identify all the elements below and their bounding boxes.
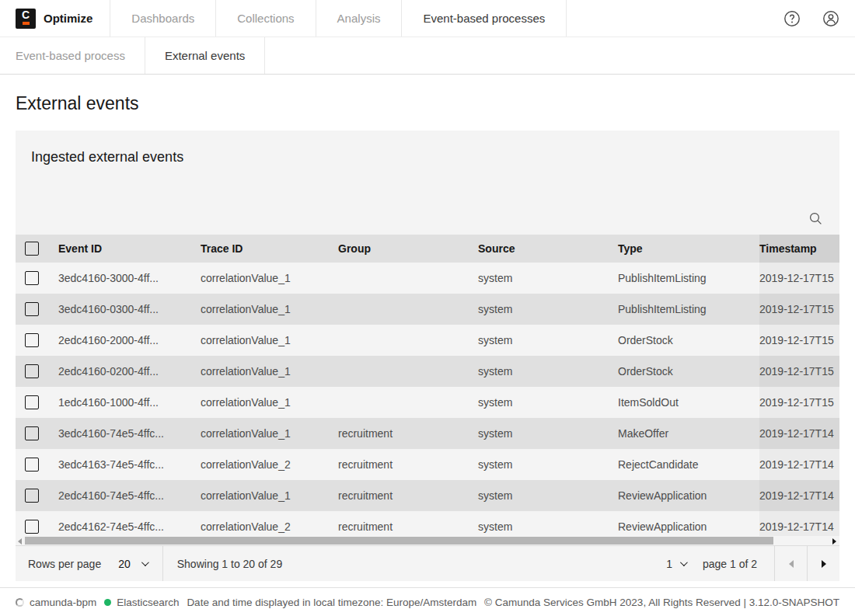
cell-trace-id: correlationValue_1 [201,294,338,325]
rows-per-page-label: Rows per page [16,558,101,570]
row-checkbox[interactable] [25,426,39,440]
previous-page-button[interactable] [775,546,807,581]
column-header-timestamp[interactable]: Timestamp [759,235,839,263]
cell-event-id: 3edc4160-0300-4ff... [58,294,201,325]
nav-item-label: Event-based processes [423,12,545,25]
cell-trace-id: correlationValue_2 [201,449,338,480]
cell-type: OrderStock [618,356,759,387]
column-header-type[interactable]: Type [618,235,759,263]
page-select-value: 1 [666,558,672,570]
cell-source: system [478,418,618,449]
next-page-button[interactable] [808,546,839,581]
cell-timestamp: 2019-12-17T15 [759,294,839,325]
breadcrumb-tabs: Event-based process External events [0,37,855,75]
row-checkbox[interactable] [25,302,39,316]
cell-trace-id: correlationValue_2 [201,511,338,536]
connection-elasticsearch: Elasticsearch [104,597,179,608]
cell-source: system [478,356,618,387]
column-header-trace-id[interactable]: Trace ID [201,235,338,263]
cell-group [338,263,478,294]
nav-item-label: Collections [237,12,294,25]
cell-source: system [478,449,618,480]
panel-title: Ingested external events [31,149,824,165]
cell-group: recruitment [338,480,478,511]
cell-type: ReviewApplication [618,480,759,511]
panel-header: Ingested external events [16,131,839,235]
search-icon[interactable] [809,212,822,225]
table-row: 3edc4160-3000-4ff... correlationValue_1 … [16,263,839,294]
column-header-group[interactable]: Group [338,235,478,263]
nav-item-dashboards[interactable]: Dashboards [110,0,215,37]
tab-event-based-process[interactable]: Event-based process [16,37,145,74]
cell-trace-id: correlationValue_1 [201,356,338,387]
column-header-source[interactable]: Source [478,235,618,263]
main-nav: Dashboards Collections Analysis Event-ba… [110,0,567,37]
cell-source: system [478,325,618,356]
cell-event-id: 2edc4160-2000-4ff... [58,325,201,356]
help-icon[interactable] [783,10,801,27]
cell-trace-id: correlationValue_1 [201,325,338,356]
next-page-icon [822,560,826,568]
camunda-logo-icon: C [16,9,36,29]
cell-source: system [478,263,618,294]
row-checkbox[interactable] [25,333,39,347]
table-row: 3edc4160-0300-4ff... correlationValue_1 … [16,294,839,325]
cell-event-id: 2edc4160-74e5-4ffc... [58,480,201,511]
horizontal-scrollbar[interactable] [16,536,839,545]
nav-item-event-based-processes[interactable]: Event-based processes [401,0,567,37]
scrollbar-thumb[interactable] [25,537,773,545]
cell-timestamp: 2019-12-17T14 [759,449,839,480]
previous-page-icon [789,560,794,568]
nav-item-label: Analysis [337,12,381,25]
cell-group [338,356,478,387]
cell-event-id: 1edc4160-1000-4ff... [58,387,201,418]
cell-group: recruitment [338,511,478,536]
nav-item-label: Dashboards [131,12,194,25]
cell-source: system [478,294,618,325]
scroll-left-icon[interactable] [18,538,22,545]
cell-event-id: 3edc4163-74e5-4ffc... [58,449,201,480]
table-row: 2edc4160-74e5-4ffc... correlationValue_1… [16,480,839,511]
cell-type: RejectCandidate [618,449,759,480]
cell-type: ReviewApplication [618,511,759,536]
cell-timestamp: 2019-12-17T15 [759,387,839,418]
row-checkbox[interactable] [25,364,39,378]
cell-timestamp: 2019-12-17T14 [759,418,839,449]
cell-type: MakeOffer [618,418,759,449]
tab-external-events[interactable]: External events [145,37,265,74]
cell-group [338,294,478,325]
select-all-checkbox[interactable] [25,242,39,256]
nav-item-collections[interactable]: Collections [215,0,315,37]
app-header: C Optimize Dashboards Collections Analys… [0,0,855,37]
cell-event-id: 2edc4160-0200-4ff... [58,356,201,387]
chevron-down-icon [680,559,688,566]
row-checkbox[interactable] [25,489,39,503]
column-header-event-id[interactable]: Event ID [58,235,201,263]
scroll-right-icon[interactable] [832,538,836,545]
page-select[interactable]: 1 [649,558,703,570]
connection-label: Elasticsearch [117,597,179,608]
brand[interactable]: C Optimize [16,0,92,37]
cell-trace-id: correlationValue_1 [201,263,338,294]
row-checkbox[interactable] [25,395,39,409]
table-row: 2edc4160-2000-4ff... correlationValue_1 … [16,325,839,356]
nav-item-analysis[interactable]: Analysis [316,0,402,37]
cell-event-id: 3edc4160-3000-4ff... [58,263,201,294]
rows-per-page-select[interactable]: 20 [101,558,162,570]
cell-type: PublishItemListing [618,294,759,325]
user-icon[interactable] [822,10,839,27]
connecting-spinner-icon [16,598,24,607]
chevron-down-icon [141,559,149,566]
table-header-row: Event ID Trace ID Group Source Type Time… [16,235,839,263]
row-checkbox[interactable] [25,458,39,472]
connection-label: camunda-bpm [30,597,96,608]
cell-type: PublishItemListing [618,263,759,294]
showing-range-text: Showing 1 to 20 of 29 [163,558,282,570]
table-row: 1edc4160-1000-4ff... correlationValue_1 … [16,387,839,418]
cell-event-id: 2edc4162-74e5-4ffc... [58,511,201,536]
row-checkbox[interactable] [25,520,39,534]
copyright-text: © Camunda Services GmbH 2023, All Rights… [484,597,839,608]
row-checkbox[interactable] [25,271,39,285]
cell-group: recruitment [338,418,478,449]
page-of-text: page 1 of 2 [703,558,774,570]
